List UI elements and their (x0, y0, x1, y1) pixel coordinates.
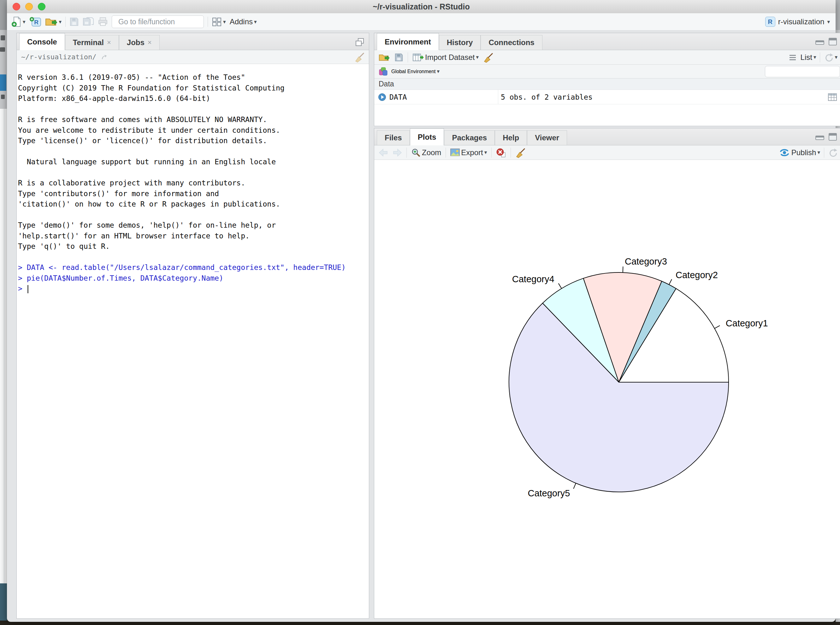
tab-plots[interactable]: Plots (410, 128, 444, 145)
rstudio-window: ~/r-visualization - RStudio ▾ R (7, 0, 835, 622)
next-plot-icon[interactable] (393, 149, 402, 157)
addins-button[interactable]: Addins ▾ (230, 17, 257, 26)
goto-file-box[interactable] (112, 16, 204, 28)
new-file-button[interactable]: ▾ (11, 16, 26, 28)
pie-label-Category2: Category2 (676, 270, 718, 280)
refresh-plot-icon[interactable] (828, 148, 837, 157)
scope-label: Global Environment (391, 69, 436, 75)
maximize-pane-icon[interactable] (829, 38, 837, 45)
previous-plot-icon[interactable] (379, 149, 388, 157)
maximize-pane-icon[interactable] (829, 133, 837, 141)
chevron-down-icon: ▾ (817, 150, 820, 155)
environment-search-box[interactable] (765, 66, 840, 77)
pie-tick (574, 483, 575, 489)
import-dataset-button[interactable]: Import Dataset ▾ (412, 53, 479, 62)
clear-console-icon[interactable] (354, 52, 365, 62)
pie-label-Category4: Category4 (512, 274, 555, 284)
environment-toolbar: Import Dataset ▾ List ▾ (374, 50, 840, 65)
tab-console[interactable]: Console (19, 33, 65, 50)
chevron-down-icon: ▾ (827, 19, 830, 25)
console-path-bar: ~/r-visualization/ (17, 50, 369, 64)
save-all-button[interactable] (83, 17, 94, 26)
toolbar-separator (511, 148, 511, 158)
minimize-pane-icon[interactable] (815, 38, 824, 45)
toolbar-separator (824, 148, 824, 158)
console-line (18, 168, 369, 178)
tab-history[interactable]: History (439, 35, 481, 50)
new-project-button[interactable]: R (30, 16, 41, 28)
console-line: Natural language support but running in … (18, 157, 369, 168)
plot-canvas: Category1Category2Category3Category4Cate… (374, 160, 840, 618)
console[interactable]: R version 3.6.1 (2019-07-05) -- "Action … (17, 64, 369, 618)
console-line (18, 210, 369, 221)
tab-help[interactable]: Help (495, 130, 527, 145)
environment-tabbar: Environment History Connections (374, 33, 840, 50)
console-tabbar: Console Terminal × Jobs × (17, 33, 369, 50)
environment-search-input[interactable] (770, 67, 840, 76)
main-toolbar: ▾ R ▾ (7, 13, 835, 31)
pie-label-Category3: Category3 (625, 257, 667, 266)
plots-tabbar: Files Plots Packages Help Viewer (374, 128, 840, 145)
close-icon[interactable]: × (148, 39, 152, 47)
tab-viewer[interactable]: Viewer (527, 130, 567, 145)
tab-packages[interactable]: Packages (444, 130, 495, 145)
publish-plot-button[interactable]: Publish ▾ (779, 148, 820, 157)
console-line: 'citation()' on how to cite R or R packa… (18, 199, 369, 210)
list-view-selector[interactable]: List ▾ (801, 53, 816, 62)
tab-files[interactable]: Files (377, 130, 410, 145)
pane-grid-icon (212, 17, 222, 26)
save-button[interactable] (69, 17, 79, 26)
object-summary: 5 obs. of 2 variables (501, 93, 592, 101)
goto-directory-icon[interactable] (101, 54, 108, 61)
export-plot-button[interactable]: Export ▾ (450, 148, 487, 157)
restore-pane-icon[interactable] (355, 38, 365, 47)
print-button[interactable] (98, 17, 108, 26)
open-folder-icon (45, 17, 58, 27)
background-selected-item (0, 75, 6, 91)
tab-connections[interactable]: Connections (481, 35, 542, 50)
close-icon[interactable]: × (107, 39, 111, 47)
tab-environment[interactable]: Environment (377, 33, 439, 50)
titlebar[interactable]: ~/r-visualization - RStudio (7, 0, 835, 14)
tab-label: Files (385, 134, 402, 142)
pane-layout-button[interactable]: ▾ (212, 17, 226, 26)
save-workspace-icon[interactable] (394, 53, 403, 62)
open-file-button[interactable]: ▾ (45, 17, 62, 27)
remove-plot-icon[interactable] (496, 148, 506, 157)
expand-object-icon[interactable] (378, 93, 386, 101)
clear-objects-icon[interactable] (483, 52, 494, 63)
environment-object-row[interactable]: DATA 5 obs. of 2 variables (374, 90, 840, 104)
pie-tick (714, 325, 720, 328)
console-line: 'help.start()' for an HTML browser inter… (18, 231, 369, 241)
window-title: ~/r-visualization - RStudio (7, 0, 835, 13)
import-dataset-icon (412, 53, 424, 62)
data-section-header: Data (374, 79, 840, 90)
clear-all-plots-icon[interactable] (515, 147, 526, 158)
refresh-environment-button[interactable]: ▾ (824, 53, 837, 62)
console-line: You are welcome to redistribute it under… (18, 125, 369, 136)
goto-file-input[interactable] (118, 17, 212, 26)
environment-pane: Environment History Connections (374, 33, 840, 126)
console-line: Copyright (C) 2019 The R Foundation for … (18, 83, 369, 94)
zoom-plot-button[interactable]: Zoom (411, 148, 441, 157)
background-window-left (0, 0, 7, 625)
chevron-down-icon: ▾ (254, 19, 257, 25)
tab-label: Environment (385, 37, 431, 47)
console-line: > pie(DATA$Number.of.Times, DATA$Categor… (18, 273, 369, 284)
background-window-titlebar (0, 0, 7, 30)
tab-label: Connections (488, 38, 534, 47)
console-line: Platform: x86_64-apple-darwin15.6.0 (64-… (18, 93, 369, 104)
load-workspace-icon[interactable] (379, 53, 390, 62)
print-icon (98, 17, 108, 26)
pie-tick (669, 279, 672, 285)
project-selector[interactable]: R r-visualization ▾ (765, 17, 830, 27)
environment-scope-selector[interactable]: Global Environment ▾ (391, 69, 439, 75)
tab-jobs[interactable]: Jobs × (119, 35, 160, 50)
chevron-down-icon: ▾ (59, 19, 62, 25)
console-line (18, 252, 369, 263)
minimize-pane-icon[interactable] (815, 133, 824, 141)
view-table-icon[interactable] (828, 93, 837, 101)
background-fragment (835, 0, 840, 30)
background-fragment (1, 35, 5, 40)
tab-terminal[interactable]: Terminal × (65, 35, 119, 50)
